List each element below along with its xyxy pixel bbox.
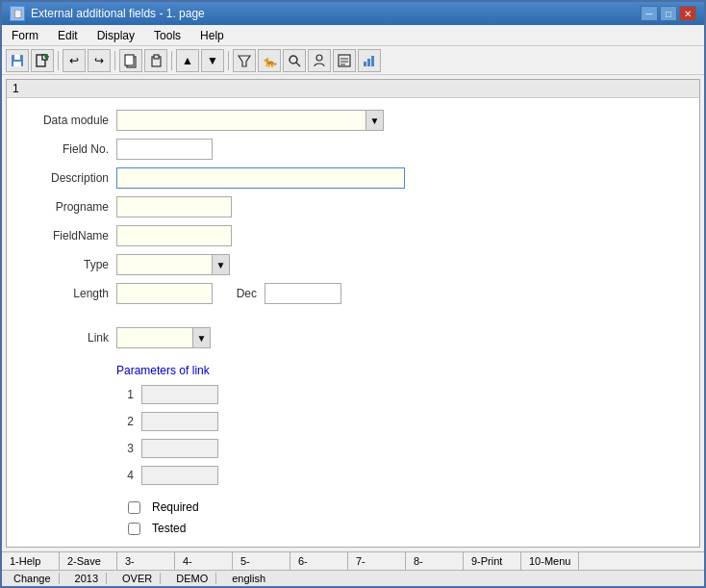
filter-button[interactable] xyxy=(233,49,256,72)
save-button[interactable] xyxy=(6,49,29,72)
status-demo: DEMO xyxy=(168,573,216,584)
down-button[interactable]: ▼ xyxy=(201,49,224,72)
fieldname-row: FieldName Bus xyxy=(22,225,684,246)
link-dropdown[interactable]: ▼ xyxy=(193,327,211,348)
status-bar: Change 2013 OVER DEMO english xyxy=(2,570,704,586)
fn1[interactable]: 1-Help xyxy=(2,552,60,570)
description-label: Description xyxy=(22,171,109,185)
record-area: 1 Data module Contracts ▼ Field No. 2 De… xyxy=(6,79,700,548)
tested-label[interactable]: Tested xyxy=(152,522,186,535)
link-row: Link 0 ▼ xyxy=(22,327,684,348)
svg-rect-1 xyxy=(14,55,20,60)
fn8[interactable]: 8- xyxy=(406,552,464,570)
report-button[interactable] xyxy=(333,49,356,72)
toolbar: ↩ ↪ ▲ ▼ 🐆 xyxy=(2,46,704,75)
param1-row: 1 0 xyxy=(118,385,684,404)
users-button[interactable] xyxy=(308,49,331,72)
function-key-bar: 1-Help 2-Save 3- 4- 5- 6- 7- 8- 9-Print … xyxy=(2,551,704,570)
redo-button[interactable]: ↪ xyxy=(88,49,111,72)
svg-rect-8 xyxy=(125,55,134,65)
undo-button[interactable]: ↩ xyxy=(63,49,86,72)
svg-point-13 xyxy=(290,56,297,64)
fn3[interactable]: 3- xyxy=(117,552,175,570)
param4-row: 4 0 xyxy=(118,466,684,485)
svg-rect-21 xyxy=(367,59,370,66)
type-select-container: String ▼ xyxy=(116,254,230,275)
required-checkbox[interactable] xyxy=(128,501,140,514)
param2-label: 2 xyxy=(118,415,134,428)
param3-label: 3 xyxy=(118,442,134,455)
title-bar: 📋 External additional fields - 1. page ─… xyxy=(2,2,704,25)
type-dropdown[interactable]: ▼ xyxy=(213,254,230,275)
svg-marker-11 xyxy=(239,56,250,66)
param1-input[interactable]: 0 xyxy=(141,385,218,404)
length-input[interactable]: 15 xyxy=(116,283,213,304)
title-controls: ─ □ ✕ xyxy=(641,6,696,21)
toolbar-sep-1 xyxy=(58,51,59,70)
dec-input[interactable]: 0 xyxy=(265,283,341,304)
tested-row: Tested xyxy=(128,522,684,535)
data-module-row: Data module Contracts ▼ xyxy=(22,110,684,131)
menu-help[interactable]: Help xyxy=(194,27,230,44)
window-title: External additional fields - 1. page xyxy=(31,7,205,20)
minimize-button[interactable]: ─ xyxy=(641,6,658,21)
menu-form[interactable]: Form xyxy=(6,27,44,44)
link-label: Link xyxy=(22,331,109,345)
menu-tools[interactable]: Tools xyxy=(148,27,187,44)
params-header-row: Parameters of link xyxy=(22,356,684,377)
param3-row: 3 0 xyxy=(118,439,684,458)
status-mode: Change xyxy=(6,573,60,584)
search-button[interactable] xyxy=(283,49,306,72)
param4-input[interactable]: 0 xyxy=(141,466,218,485)
data-module-label: Data module xyxy=(22,114,109,127)
new-button[interactable] xyxy=(31,49,54,72)
fieldname-label: FieldName xyxy=(22,229,109,243)
fn5[interactable]: 5- xyxy=(233,552,290,570)
fn6[interactable]: 6- xyxy=(290,552,348,570)
menu-display[interactable]: Display xyxy=(91,27,140,44)
toolbar-sep-2 xyxy=(114,51,115,70)
fn2[interactable]: 2-Save xyxy=(60,552,117,570)
type-row: Type String ▼ xyxy=(22,254,684,275)
sep-1 xyxy=(22,312,684,320)
field-no-input[interactable]: 2 xyxy=(116,139,213,160)
close-button[interactable]: ✕ xyxy=(679,6,696,21)
param2-row: 2 0 xyxy=(118,412,684,431)
paste-button[interactable] xyxy=(144,49,167,72)
export-button[interactable]: 🐆 xyxy=(258,49,281,72)
param2-input[interactable]: 0 xyxy=(141,412,218,431)
type-label: Type xyxy=(22,258,109,271)
fn4[interactable]: 4- xyxy=(175,552,233,570)
copy-button[interactable] xyxy=(119,49,142,72)
status-language: english xyxy=(224,573,273,584)
tested-checkbox[interactable] xyxy=(128,523,140,535)
data-module-input[interactable]: Contracts xyxy=(116,110,366,131)
svg-line-14 xyxy=(296,63,300,66)
menu-edit[interactable]: Edit xyxy=(52,27,84,44)
chart-button[interactable] xyxy=(358,49,381,72)
svg-point-15 xyxy=(316,55,322,61)
type-input[interactable]: String xyxy=(116,254,213,275)
maximize-button[interactable]: □ xyxy=(660,6,677,21)
toolbar-sep-3 xyxy=(171,51,172,70)
description-input[interactable]: Businessman xyxy=(116,167,405,189)
status-over: OVER xyxy=(114,573,161,584)
param3-input[interactable]: 0 xyxy=(141,439,218,458)
data-module-dropdown[interactable]: ▼ xyxy=(366,110,384,131)
up-button[interactable]: ▲ xyxy=(176,49,199,72)
length-dec-row: Length 15 Dec 0 xyxy=(22,283,684,304)
fn7[interactable]: 7- xyxy=(348,552,406,570)
progname-input[interactable]: Bus xyxy=(116,196,232,217)
svg-rect-2 xyxy=(13,62,21,66)
field-no-label: Field No. xyxy=(22,142,109,156)
link-input[interactable]: 0 xyxy=(116,327,193,348)
dec-label: Dec xyxy=(228,287,257,300)
fieldname-input[interactable]: Bus xyxy=(116,225,232,246)
fn10[interactable]: 10-Menu xyxy=(521,552,579,570)
main-window: 📋 External additional fields - 1. page ─… xyxy=(0,0,706,588)
required-label[interactable]: Required xyxy=(152,500,199,514)
fn9[interactable]: 9-Print xyxy=(464,552,521,570)
param1-label: 1 xyxy=(118,388,134,401)
params-label: Parameters of link xyxy=(116,364,210,377)
svg-rect-10 xyxy=(154,55,159,59)
